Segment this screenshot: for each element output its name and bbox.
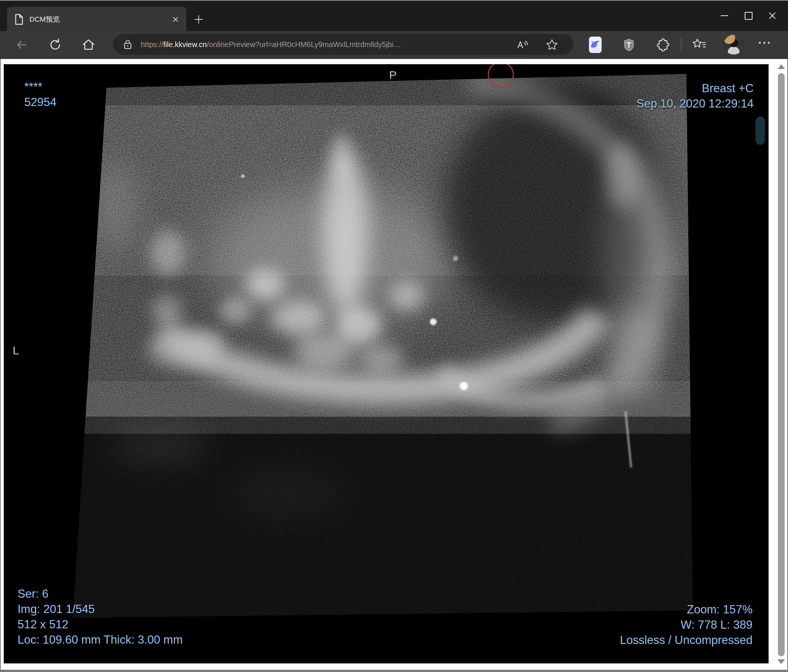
scrollbar-down-arrow-icon[interactable] [778, 659, 785, 664]
bird-extension-icon [590, 39, 601, 51]
series-number: Ser: 6 [17, 586, 183, 601]
image-number: Img: 201 1/545 [17, 601, 183, 617]
page-content: **** 52954 Breast +C Sep 10, 2020 12:29:… [0, 59, 788, 672]
maximize-button[interactable] [736, 6, 760, 25]
minimize-icon [721, 15, 728, 16]
puzzle-icon [655, 38, 669, 52]
study-datetime: Sep 10, 2020 12:29:14 [636, 96, 754, 111]
ellipsis-icon [759, 42, 761, 44]
tab-strip: DCM预览 [0, 0, 788, 31]
read-aloud-icon [516, 39, 529, 51]
window-level: W: 778 L: 389 [620, 617, 753, 632]
more-options-button[interactable] [759, 42, 770, 44]
slice-location: Loc: 109.60 mm Thick: 3.00 mm [17, 632, 183, 647]
favorite-star-button[interactable] [546, 38, 558, 51]
refresh-button[interactable] [48, 37, 63, 52]
browser-window: DCM预览 [0, 0, 788, 672]
scrollbar-up-arrow-icon[interactable] [778, 64, 785, 69]
id-number: 52954 [24, 95, 56, 110]
address-bar[interactable]: https://file.kkview.cn/onlinePreview?url… [113, 34, 573, 55]
shield-t-extension-icon [623, 38, 635, 52]
url-text[interactable]: https://file.kkview.cn/onlinePreview?url… [141, 40, 401, 49]
browser-tab[interactable]: DCM预览 [7, 7, 186, 32]
star-icon [546, 38, 558, 51]
plus-icon [194, 14, 203, 24]
document-icon [14, 14, 24, 25]
tab-close-icon[interactable] [171, 14, 180, 24]
orientation-marker-left: L [13, 344, 19, 357]
shield-extension-button[interactable] [622, 38, 635, 52]
collections-button[interactable] [692, 38, 707, 52]
scrollbar-thumb[interactable] [778, 73, 785, 656]
dicom-viewer-canvas[interactable]: **** 52954 Breast +C Sep 10, 2020 12:29:… [4, 64, 769, 663]
url-scheme: https:// [141, 40, 163, 49]
bird-extension-button[interactable] [589, 36, 602, 53]
minimize-button[interactable] [713, 6, 736, 25]
compression-info: Lossless / Uncompressed [620, 632, 753, 648]
tab-title: DCM预览 [30, 14, 171, 24]
new-tab-button[interactable] [192, 13, 205, 26]
ellipsis-icon [768, 42, 770, 44]
orientation-marker-posterior: P [389, 69, 397, 81]
home-button[interactable] [81, 37, 96, 52]
window-close-button[interactable] [760, 6, 784, 25]
read-aloud-button[interactable] [516, 38, 529, 51]
overlay-bottom-left: Ser: 6 Img: 201 1/545 512 x 512 Loc: 109… [17, 586, 183, 647]
image-matrix: 512 x 512 [17, 617, 183, 632]
study-description: Breast +C [636, 81, 754, 96]
slice-position-indicator[interactable] [756, 116, 765, 145]
url-path: /onlinePreview?url=aHR0cHM6Ly9maWxlLmtrd… [207, 40, 401, 49]
window-controls [713, 6, 784, 25]
close-icon [768, 11, 777, 20]
page-scrollbar[interactable] [776, 59, 787, 670]
home-icon [81, 38, 95, 52]
overlay-top-left: **** 52954 [24, 79, 56, 110]
favorites-hub-icon [692, 38, 707, 52]
back-button[interactable] [14, 37, 29, 52]
mri-image [4, 64, 769, 663]
reload-icon [49, 38, 62, 52]
toolbar-divider [681, 38, 682, 52]
lock-icon[interactable] [123, 39, 133, 50]
overlay-top-right: Breast +C Sep 10, 2020 12:29:14 [636, 81, 754, 111]
maximize-icon [745, 12, 753, 20]
arrow-left-icon [14, 38, 29, 52]
profile-avatar[interactable] [723, 34, 744, 55]
zoom-level: Zoom: 157% [620, 602, 753, 617]
extensions-menu-button[interactable] [655, 38, 669, 52]
url-host: file.kkview.cn [163, 40, 207, 49]
overlay-bottom-right: Zoom: 157% W: 778 L: 389 Lossless / Unco… [620, 602, 753, 648]
masked-name: **** [24, 79, 56, 95]
ellipsis-icon [763, 42, 765, 44]
